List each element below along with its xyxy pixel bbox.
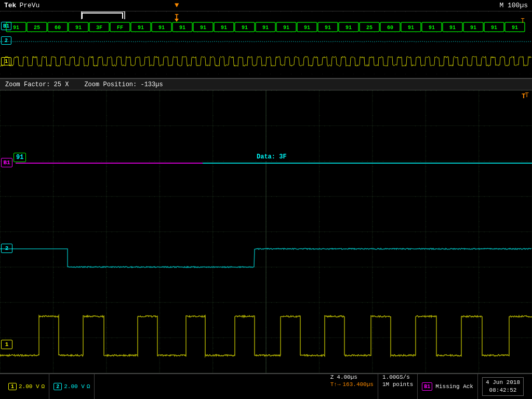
ch2-badge: 2 xyxy=(54,383,62,390)
sample-rate-status: 1.00GS/s 1M points xyxy=(378,374,418,399)
main-ch1-label: 1 xyxy=(1,340,12,349)
time-value: 163.400µs xyxy=(343,381,374,388)
zoom-z-value: 4.00µs xyxy=(337,374,357,380)
main-scope-area: T B1 91 Data: 3F 2 1 xyxy=(0,90,532,373)
trigger-t-marker: T xyxy=(525,91,529,99)
sample-rate: 1.00GS/s xyxy=(382,374,410,380)
ch1-unit: Ω xyxy=(42,383,45,390)
overview-ch1-label: 1 xyxy=(1,57,11,65)
ch2-unit: Ω xyxy=(87,383,90,390)
overview-area: B1 2 1 xyxy=(0,11,532,79)
datetime-status: 4 Jun 2018 08:42:52 xyxy=(478,374,528,399)
missing-ack-label: Missing Ack xyxy=(435,383,473,390)
datetime-display: 4 Jun 2018 08:42:52 xyxy=(482,377,524,396)
b1-status-badge: B1 xyxy=(422,382,432,391)
mode-label: PreVu xyxy=(19,2,39,9)
zoom-time-status: Z 4.00µs T↑→ 163.400µs xyxy=(326,374,378,399)
zoom-factor-label: Zoom Factor: 25 X xyxy=(5,81,69,88)
ch1-status: 1 2.00 V Ω xyxy=(4,374,49,399)
ch1-voltage: 2.00 V xyxy=(19,383,39,390)
ch2-status: 2 2.00 V Ω xyxy=(49,374,95,399)
zoom-z-label: Z xyxy=(330,374,334,380)
top-bar: Tek PreVu ▼ M 100µs xyxy=(0,0,532,11)
trigger-arrow: ▼ xyxy=(175,1,179,9)
status-bar: 1 2.00 V Ω 2 2.00 V Ω Z 4.00µs T↑→ 163.4… xyxy=(0,373,532,399)
b1-prev-value: 91 xyxy=(14,153,26,162)
zoom-info-bar: Zoom Factor: 25 X Zoom Position: -133µs xyxy=(0,79,532,90)
timebase-label: M 100µs xyxy=(499,2,528,9)
overview-ch2-label: 2 xyxy=(1,36,11,45)
b1-missing-ack-status: B1 Missing Ack xyxy=(418,374,478,399)
time-arrow-label: T↑→ xyxy=(330,381,341,388)
overview-b1-label: B1 xyxy=(1,22,11,30)
b1-data-label: Data: 3F xyxy=(255,153,289,161)
zoom-bracket xyxy=(82,12,123,19)
ch1-badge: 1 xyxy=(8,383,17,390)
record-length: 1M points xyxy=(382,381,413,388)
main-ch2-label: 2 xyxy=(1,244,12,253)
brand-label: Tek xyxy=(4,2,16,9)
time-label: 08:42:52 xyxy=(486,387,520,394)
zoom-position-label: Zoom Position: -133µs xyxy=(84,81,163,88)
overview-canvas xyxy=(0,11,532,79)
date-label: 4 Jun 2018 xyxy=(486,379,520,387)
main-b1-label: B1 xyxy=(1,158,12,167)
ch2-voltage: 2.00 V xyxy=(64,383,85,390)
main-scope-canvas xyxy=(0,90,532,373)
